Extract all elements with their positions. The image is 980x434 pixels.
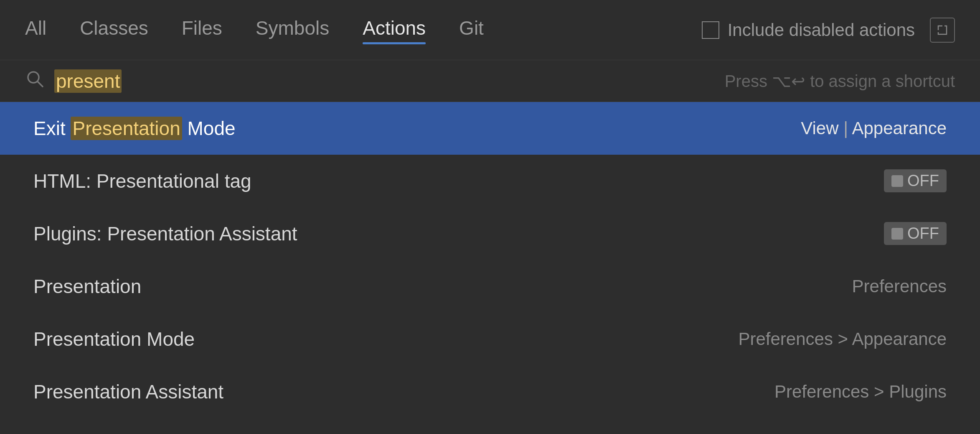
- result-name-prefix: Exit: [33, 117, 71, 139]
- result-name-text: Presentation Mode: [33, 328, 195, 350]
- toggle-label: OFF: [907, 172, 939, 190]
- tab-files[interactable]: Files: [182, 17, 222, 43]
- tabs: All Classes Files Symbols Actions Git: [25, 17, 702, 43]
- tab-git[interactable]: Git: [459, 17, 484, 43]
- result-name-text: Plugins: Presentation Assistant: [33, 223, 297, 245]
- result-row-presentation[interactable]: Presentation Preferences: [0, 260, 980, 313]
- toggle-off-badge[interactable]: OFF: [884, 169, 947, 192]
- results-list: Exit Presentation Mode View | Appearance…: [0, 102, 980, 434]
- search-icon: [25, 69, 44, 93]
- result-name: HTML: Presentational tag: [33, 170, 884, 192]
- result-row-data-presentation[interactable]: Data Presentation Preferences > Data Edi…: [0, 418, 980, 434]
- result-meta: Preferences > Plugins: [774, 382, 947, 402]
- result-name-highlight: Presentation: [71, 117, 182, 140]
- tab-all[interactable]: All: [25, 17, 46, 43]
- shortcut-icon[interactable]: [930, 18, 955, 43]
- result-name-text: Presentation: [33, 276, 141, 297]
- result-meta: Preferences > Appearance: [738, 329, 947, 349]
- result-name-text: HTML: Presentational tag: [33, 170, 251, 192]
- result-name: Presentation: [33, 275, 852, 298]
- result-meta: View | Appearance: [801, 118, 947, 138]
- tab-symbols[interactable]: Symbols: [256, 17, 329, 43]
- search-input[interactable]: present: [54, 70, 715, 92]
- toggle-label: OFF: [907, 225, 939, 243]
- result-name: Exit Presentation Mode: [33, 117, 801, 140]
- toggle-dot: [891, 228, 903, 240]
- result-name: Plugins: Presentation Assistant: [33, 222, 884, 245]
- search-hint: Press ⌥↩ to assign a shortcut: [725, 71, 955, 91]
- result-name: Presentation Mode: [33, 328, 738, 350]
- result-meta: Preferences: [852, 276, 947, 296]
- include-disabled-checkbox[interactable]: [702, 21, 719, 39]
- search-query-highlight: present: [54, 69, 122, 93]
- toggle-dot: [891, 175, 903, 187]
- include-disabled-label: Include disabled actions: [728, 20, 915, 40]
- result-name-suffix: Mode: [182, 117, 236, 139]
- result-meta-toggle: OFF: [884, 222, 947, 245]
- main-container: All Classes Files Symbols Actions Git In…: [0, 0, 980, 434]
- tab-actions[interactable]: Actions: [363, 17, 426, 43]
- include-disabled-section: Include disabled actions: [702, 18, 955, 43]
- result-name: Presentation Assistant: [33, 380, 774, 403]
- result-name-text: Presentation Assistant: [33, 381, 223, 403]
- toggle-off-badge[interactable]: OFF: [884, 222, 947, 245]
- result-meta-toggle: OFF: [884, 169, 947, 192]
- tab-bar: All Classes Files Symbols Actions Git In…: [0, 0, 980, 60]
- result-row-exit-presentation-mode[interactable]: Exit Presentation Mode View | Appearance: [0, 102, 980, 155]
- result-row-plugins-presentation-assistant[interactable]: Plugins: Presentation Assistant OFF: [0, 207, 980, 260]
- svg-line-1: [38, 82, 43, 87]
- result-row-presentation-mode[interactable]: Presentation Mode Preferences > Appearan…: [0, 313, 980, 365]
- result-row-presentation-assistant[interactable]: Presentation Assistant Preferences > Plu…: [0, 365, 980, 418]
- search-bar: present Press ⌥↩ to assign a shortcut: [0, 60, 980, 102]
- result-row-html-presentational-tag[interactable]: HTML: Presentational tag OFF: [0, 155, 980, 207]
- tab-classes[interactable]: Classes: [80, 17, 148, 43]
